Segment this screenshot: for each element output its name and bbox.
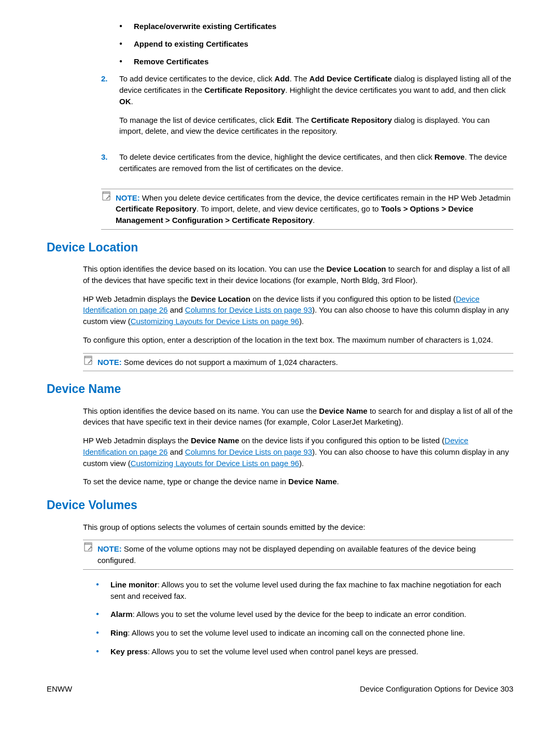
note-text: Some devices do not support a maximum of… bbox=[124, 358, 338, 367]
note-label: NOTE: bbox=[97, 544, 122, 553]
sublist-item: Append to existing Certificates bbox=[119, 38, 513, 50]
svg-point-12 bbox=[87, 543, 87, 544]
svg-point-9 bbox=[90, 356, 90, 357]
footer-left: ENWW bbox=[47, 683, 72, 695]
note-icon bbox=[101, 191, 111, 204]
name-paragraph-3: To set the device name, type or change t… bbox=[83, 476, 513, 487]
svg-point-13 bbox=[88, 543, 89, 544]
location-paragraph-1: This option identifies the device based … bbox=[83, 263, 513, 286]
note-label: NOTE: bbox=[116, 193, 140, 202]
heading-device-volumes: Device Volumes bbox=[47, 497, 513, 514]
link-customizing-layouts[interactable]: Customizing Layouts for Device Lists on … bbox=[131, 317, 299, 326]
heading-device-location: Device Location bbox=[47, 239, 513, 256]
note-delete-certificates: NOTE: When you delete device certificate… bbox=[101, 189, 513, 230]
volume-item-line-monitor: Line monitor: Allows you to set the volu… bbox=[96, 579, 513, 602]
name-paragraph-1: This option identifies the device based … bbox=[83, 405, 513, 428]
step-2-paragraph-1: To add device certificates to the device… bbox=[119, 73, 513, 107]
svg-point-6 bbox=[85, 356, 86, 357]
note-label: NOTE: bbox=[97, 358, 122, 367]
svg-point-8 bbox=[88, 356, 89, 357]
svg-point-7 bbox=[87, 356, 87, 357]
step-number: 2. bbox=[101, 73, 119, 144]
svg-point-14 bbox=[90, 543, 90, 544]
link-columns-device-lists[interactable]: Columns for Device Lists on page 93 bbox=[185, 447, 312, 456]
numbered-steps: 2. To add device certificates to the dev… bbox=[101, 73, 513, 181]
link-columns-device-lists[interactable]: Columns for Device Lists on page 93 bbox=[185, 305, 312, 314]
note-text: Some of the volume options may not be di… bbox=[97, 544, 476, 565]
svg-point-11 bbox=[85, 543, 86, 544]
certificate-options-sublist: Replace/overwrite existing Certificates … bbox=[119, 21, 513, 67]
volume-item-key-press: Key press: Allows you to set the volume … bbox=[96, 646, 513, 657]
step-2-paragraph-2: To manage the list of device certificate… bbox=[119, 115, 513, 137]
step-3: 3. To delete device certificates from th… bbox=[101, 151, 513, 181]
step-number: 3. bbox=[101, 151, 119, 181]
volume-item-ring: Ring: Allows you to set the volume level… bbox=[96, 627, 513, 639]
note-max-characters: NOTE: Some devices do not support a maxi… bbox=[83, 353, 513, 372]
page-footer: ENWW Device Configuration Options for De… bbox=[47, 683, 513, 695]
volume-item-alarm: Alarm: Allows you to set the volume leve… bbox=[96, 609, 513, 620]
note-icon bbox=[83, 542, 93, 555]
heading-device-name: Device Name bbox=[47, 381, 513, 398]
svg-point-1 bbox=[103, 192, 104, 192]
link-customizing-layouts[interactable]: Customizing Layouts for Device Lists on … bbox=[131, 459, 299, 468]
footer-right: Device Configuration Options for Device … bbox=[360, 683, 513, 695]
step-2: 2. To add device certificates to the dev… bbox=[101, 73, 513, 144]
note-text: When you delete device certificates from… bbox=[116, 193, 510, 225]
svg-point-2 bbox=[105, 192, 105, 192]
step-3-paragraph: To delete device certificates from the d… bbox=[119, 151, 513, 174]
location-paragraph-2: HP Web Jetadmin displays the Device Loca… bbox=[83, 293, 513, 327]
volumes-paragraph: This group of options selects the volume… bbox=[83, 522, 513, 533]
svg-point-3 bbox=[106, 192, 107, 192]
note-volume-options: NOTE: Some of the volume options may not… bbox=[83, 540, 513, 570]
sublist-item: Remove Certificates bbox=[119, 56, 513, 67]
name-paragraph-2: HP Web Jetadmin displays the Device Name… bbox=[83, 435, 513, 469]
sublist-item: Replace/overwrite existing Certificates bbox=[119, 21, 513, 32]
location-paragraph-3: To configure this option, enter a descri… bbox=[83, 334, 513, 346]
note-icon bbox=[83, 356, 93, 368]
volume-options-list: Line monitor: Allows you to set the volu… bbox=[96, 579, 513, 657]
svg-point-4 bbox=[108, 192, 108, 192]
